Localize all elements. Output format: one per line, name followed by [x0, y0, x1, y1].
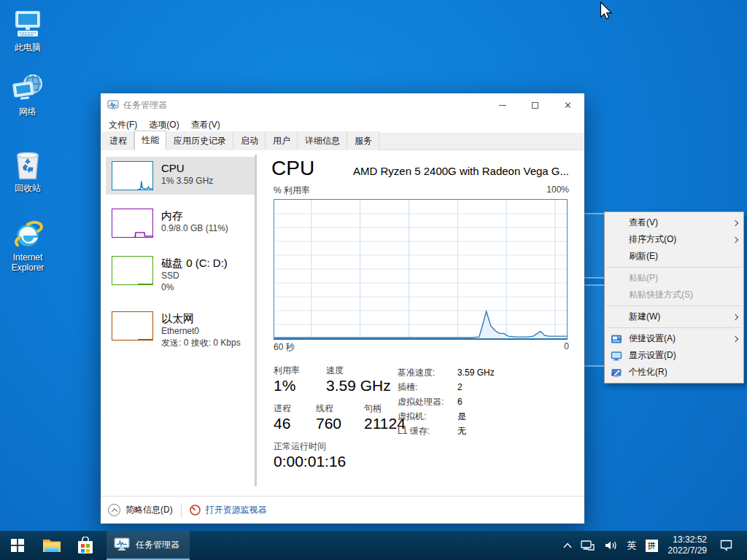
tab-services[interactable]: 服务 — [347, 131, 379, 150]
menu-item-view[interactable]: 查看(V) — [605, 214, 743, 231]
maximize-icon — [532, 102, 538, 109]
fewer-details-button[interactable]: 简略信息(D) — [108, 504, 173, 516]
sidebar-item-name: 以太网 — [161, 311, 241, 325]
cpu-mini-chart — [112, 161, 153, 190]
desktop-icon-internet-explorer[interactable]: Internet Explorer — [6, 219, 50, 273]
show-hidden-icons-button[interactable] — [559, 531, 576, 560]
info-label-sockets: 插槽: — [398, 380, 457, 394]
performance-panel: CPU 1% 3.59 GHz 内存 0.9/8.0 GB (11%) 磁盘 0… — [101, 150, 584, 496]
maximize-button[interactable] — [519, 93, 551, 117]
performance-sidebar: CPU 1% 3.59 GHz 内存 0.9/8.0 GB (11%) 磁盘 0… — [106, 157, 257, 362]
task-manager-taskbar-icon — [114, 537, 130, 552]
tab-users[interactable]: 用户 — [266, 131, 298, 150]
menu-item-sort-by[interactable]: 排序方式(O) — [605, 231, 743, 248]
info-label-virtual-processors: 虚拟处理器: — [398, 394, 457, 409]
file-explorer-button[interactable] — [35, 531, 69, 560]
submenu-arrow-icon — [732, 236, 738, 242]
stat-label-threads: 线程 — [316, 403, 354, 414]
sidebar-item-ethernet[interactable]: 以太网 Ethernet0 发送: 0 接收: 0 Kbps — [106, 307, 257, 353]
tab-details[interactable]: 详细信息 — [298, 131, 347, 150]
menu-bar: 文件(F) 选项(O) 查看(V) — [101, 117, 584, 133]
network-icon — [581, 539, 595, 552]
chart-ymax-label: 100% — [546, 184, 569, 197]
stat-value-uptime: 0:00:01:16 — [274, 452, 346, 471]
sidebar-item-detail: 1% 3.59 GHz — [161, 175, 213, 187]
close-button[interactable]: ✕ — [551, 93, 584, 117]
tab-startup[interactable]: 启动 — [233, 131, 266, 150]
microsoft-store-button[interactable] — [69, 531, 102, 560]
sidebar-item-detail: 发送: 0 接收: 0 Kbps — [161, 337, 241, 349]
sidebar-item-cpu[interactable]: CPU 1% 3.59 GHz — [106, 157, 257, 195]
disk-mini-chart — [112, 256, 153, 285]
network-tray-button[interactable] — [576, 531, 600, 560]
title-bar[interactable]: 任务管理器 ✕ — [101, 93, 584, 117]
ime-language-indicator[interactable]: 英 — [623, 531, 641, 560]
tab-performance[interactable]: 性能 — [134, 131, 166, 150]
menu-separator — [606, 306, 742, 306]
taskbar: 任务管理器 — [0, 531, 747, 560]
personalize-icon — [611, 367, 622, 378]
desktop-icon-label: 回收站 — [6, 183, 50, 193]
internet-explorer-icon — [12, 219, 44, 251]
tab-processes[interactable]: 进程 — [102, 131, 134, 150]
desktop[interactable]: 此电脑 网络 回收站 Internet — [0, 0, 747, 560]
menu-item-display-settings[interactable]: 显示设置(D) — [605, 347, 743, 364]
minimize-button[interactable] — [486, 93, 519, 117]
volume-tray-button[interactable] — [600, 531, 623, 560]
tab-app-history[interactable]: 应用历史记录 — [166, 131, 233, 150]
sidebar-item-detail: 0.9/8.0 GB (11%) — [161, 222, 228, 234]
ime-pinyin-indicator[interactable]: 拼 — [641, 531, 662, 560]
cpu-usage-chart[interactable] — [274, 199, 568, 340]
menu-item-quick-settings[interactable]: 便捷设置(A) — [605, 330, 743, 347]
sidebar-item-memory[interactable]: 内存 0.9/8.0 GB (11%) — [106, 204, 257, 242]
tab-bar: 进程 性能 应用历史记录 启动 用户 详细信息 服务 — [101, 133, 584, 150]
sidebar-item-name: CPU — [161, 161, 213, 175]
sidebar-item-detail: Ethernet0 — [161, 325, 241, 337]
quick-settings-icon — [611, 333, 622, 345]
submenu-arrow-icon — [732, 219, 738, 225]
menu-item-paste-shortcut: 粘贴快捷方式(S) — [605, 287, 743, 303]
submenu-arrow-icon — [732, 335, 738, 341]
cpu-detail-panel: CPU AMD Ryzen 5 2400G with Radeon Vega G… — [271, 157, 569, 471]
desktop-icon-this-pc[interactable]: 此电脑 — [6, 9, 50, 52]
desktop-icon-network[interactable]: 网络 — [6, 73, 50, 117]
task-manager-app-icon — [107, 99, 119, 111]
taskbar-task-manager-button[interactable]: 任务管理器 — [107, 531, 190, 560]
window-title: 任务管理器 — [123, 99, 167, 112]
sidebar-item-detail: 0% — [161, 281, 228, 293]
resource-monitor-icon — [190, 505, 201, 516]
sidebar-item-detail: SSD — [161, 270, 228, 281]
file-explorer-icon — [42, 537, 61, 553]
desktop-icon-label: Internet Explorer — [6, 252, 50, 273]
panel-title: CPU — [271, 157, 314, 180]
cpu-info-list: 基准速度:3.59 GHz 插槽:2 虚拟处理器:6 虚拟机:是 L1 缓存:无 — [398, 365, 495, 438]
desktop-icon-label: 网络 — [6, 106, 50, 117]
sidebar-scrollbar[interactable] — [255, 155, 257, 486]
close-icon: ✕ — [564, 101, 572, 110]
stat-value-speed: 3.59 GHz — [326, 376, 391, 395]
menu-item-refresh[interactable]: 刷新(E) — [605, 248, 743, 265]
info-value-base-speed: 3.59 GHz — [457, 365, 495, 380]
info-label-l1-cache: L1 缓存: — [398, 424, 457, 438]
ethernet-mini-chart — [112, 311, 153, 341]
desktop-icon-label: 此电脑 — [6, 42, 50, 52]
info-label-base-speed: 基准速度: — [398, 365, 457, 380]
info-value-virtual-machine: 是 — [457, 409, 466, 424]
menu-item-new[interactable]: 新建(W) — [605, 308, 743, 325]
desktop-icon-recycle-bin[interactable]: 回收站 — [6, 149, 50, 193]
clock-date: 2022/7/29 — [668, 545, 707, 556]
taskbar-clock[interactable]: 13:32:52 2022/7/29 — [662, 531, 713, 560]
open-resource-monitor-link[interactable]: 打开资源监视器 — [206, 504, 267, 516]
sidebar-item-disk[interactable]: 磁盘 0 (C: D:) SSD 0% — [106, 252, 257, 298]
footer-divider — [181, 503, 182, 518]
chart-xmin-label: 60 秒 — [274, 341, 295, 354]
menu-item-personalize[interactable]: 个性化(R) — [605, 364, 743, 381]
recycle-bin-icon — [12, 149, 44, 182]
action-center-button[interactable] — [713, 531, 740, 560]
start-button[interactable] — [0, 531, 35, 560]
chart-xmax-label: 0 — [564, 341, 569, 354]
info-value-sockets: 2 — [457, 380, 462, 394]
stat-value-threads: 760 — [316, 414, 354, 433]
taskbar-button-label: 任务管理器 — [136, 539, 179, 551]
speaker-icon — [604, 540, 619, 551]
